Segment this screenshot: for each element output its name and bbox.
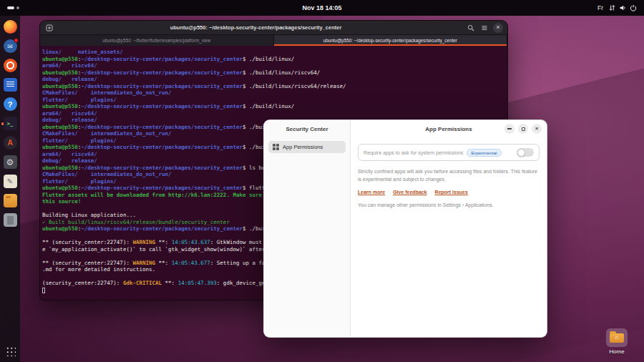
- menu-icon[interactable]: [479, 23, 489, 33]
- home-icon-box: ⌂: [606, 328, 628, 347]
- apps-grid-icon: [273, 144, 279, 150]
- minimize-button[interactable]: [504, 124, 514, 134]
- home-label: Home: [609, 348, 624, 355]
- toggle-knob: [517, 149, 525, 157]
- security-center-main: App Permissions × Require apps to ask fo…: [351, 120, 547, 337]
- permission-description: Strictly confined apps will ask you befo…: [358, 168, 540, 183]
- terminal-prompt-line: ubuntu@p550:~/desktop-security-center/pa…: [42, 69, 507, 77]
- new-tab-button[interactable]: [44, 23, 54, 33]
- sidebar-item-app-permissions[interactable]: App Permissions: [268, 141, 346, 153]
- clock[interactable]: Nov 18 14:05: [0, 4, 644, 11]
- settings-icon: ⚙: [4, 155, 17, 169]
- dock-item-settings[interactable]: ⚙: [1, 154, 19, 170]
- running-indicator: [1, 122, 4, 125]
- show-apps-icon: [5, 346, 16, 356]
- terminal-cursor: [42, 288, 45, 293]
- app-center-icon: [4, 59, 17, 72]
- permissions-links: Learn moreGive feedbackReport issues: [358, 190, 540, 195]
- app-a-icon: A: [4, 136, 17, 150]
- trash-icon: [4, 213, 17, 227]
- dock-item-writer[interactable]: [1, 77, 19, 93]
- firefox-icon: [4, 20, 17, 34]
- search-icon[interactable]: [466, 23, 476, 33]
- app-permissions-content: Require apps to ask for system permissio…: [351, 137, 547, 214]
- terminal-tab[interactable]: ubuntu@p550: ~/flutter/flutter/examples/…: [40, 35, 274, 46]
- volume-icon: [619, 4, 626, 11]
- dock: ✉?>_A⚙✎: [0, 16, 20, 362]
- terminal-line: debug/ release/: [42, 76, 507, 83]
- link-report-issues[interactable]: Report issues: [435, 190, 468, 195]
- permissions-footer-note: You can manage other permissions in Sett…: [358, 202, 540, 207]
- terminal-line: flutter/ plugins/: [42, 97, 507, 104]
- dock-item-app-center[interactable]: [1, 57, 19, 74]
- terminal-line: arm64/ riscv64/: [42, 62, 507, 69]
- terminal-tab-active[interactable]: ubuntu@p550: ~/desktop-security-center/p…: [274, 35, 508, 46]
- security-center-sidebar: Security Center App Permissions: [264, 120, 351, 337]
- dock-item-files[interactable]: [1, 192, 19, 209]
- link-learn-more[interactable]: Learn more: [358, 190, 385, 195]
- terminal-prompt-line: ubuntu@p550:~/desktop-security-center/pa…: [42, 56, 507, 63]
- terminal-line: linux/ native_assets/: [42, 49, 507, 56]
- close-button[interactable]: ×: [532, 124, 542, 134]
- home-shortcut[interactable]: ⌂ Home: [598, 328, 635, 355]
- dock-item-trash[interactable]: [1, 212, 19, 228]
- sidebar-item-label: App Permissions: [283, 144, 323, 150]
- screen: Nov 18 14:05 Fr ✉?>_A⚙✎ ubuntu@p5: [0, 0, 644, 362]
- dock-item-text-editor[interactable]: ✎: [1, 173, 19, 190]
- dock-item-app-a[interactable]: A: [1, 134, 19, 151]
- power-icon: [630, 4, 637, 11]
- dock-item-firefox[interactable]: [1, 19, 19, 35]
- dock-item-thunderbird[interactable]: ✉: [1, 38, 19, 54]
- terminal-header: ubuntu@p550: ~/desktop-security-center/p…: [40, 21, 507, 35]
- files-icon: [4, 194, 17, 207]
- home-folder-icon: ⌂: [610, 333, 624, 343]
- terminal-title: ubuntu@p550: ~/desktop-security-center/p…: [83, 24, 429, 31]
- keyboard-layout-indicator[interactable]: Fr: [597, 4, 603, 11]
- link-give-feedback[interactable]: Give feedback: [393, 190, 426, 195]
- notification-badge: [14, 38, 19, 43]
- terminal-tabbar: ubuntu@p550: ~/flutter/flutter/examples/…: [40, 35, 507, 46]
- network-icon: [609, 4, 615, 11]
- security-center-header: App Permissions ×: [351, 120, 547, 137]
- writer-icon: [4, 78, 17, 92]
- terminal-line: CMakeFiles/ intermediates_do_not_run/: [42, 89, 507, 97]
- terminal-line: arm64/ riscv64/: [42, 110, 507, 117]
- top-bar: Nov 18 14:05 Fr: [0, 0, 644, 16]
- dock-item-show-apps[interactable]: [1, 343, 19, 359]
- terminal-icon: >_: [4, 117, 17, 130]
- sidebar-title: Security Center: [264, 120, 350, 137]
- permission-setting-row: Require apps to ask for system permissio…: [358, 144, 540, 161]
- maximize-button[interactable]: [518, 124, 528, 134]
- experimental-badge: Experimental: [467, 149, 501, 157]
- terminal-prompt-line: ubuntu@p550:~/desktop-security-center/pa…: [42, 103, 507, 110]
- help-icon: ?: [4, 97, 17, 111]
- page-title: App Permissions: [425, 126, 472, 132]
- permission-toggle-switch[interactable]: [517, 148, 534, 157]
- system-status-area[interactable]: Fr: [597, 4, 637, 11]
- text-editor-icon: ✎: [4, 175, 17, 188]
- permission-setting-label: Require apps to ask for system permissio…: [364, 150, 463, 156]
- dock-item-help[interactable]: ?: [1, 96, 19, 112]
- security-center-window[interactable]: Security Center App Permissions App Perm…: [263, 119, 547, 338]
- terminal-close-button[interactable]: ×: [493, 23, 503, 33]
- dock-item-terminal[interactable]: >_: [1, 115, 19, 132]
- terminal-prompt-line: ubuntu@p550:~/desktop-security-center/pa…: [42, 83, 507, 90]
